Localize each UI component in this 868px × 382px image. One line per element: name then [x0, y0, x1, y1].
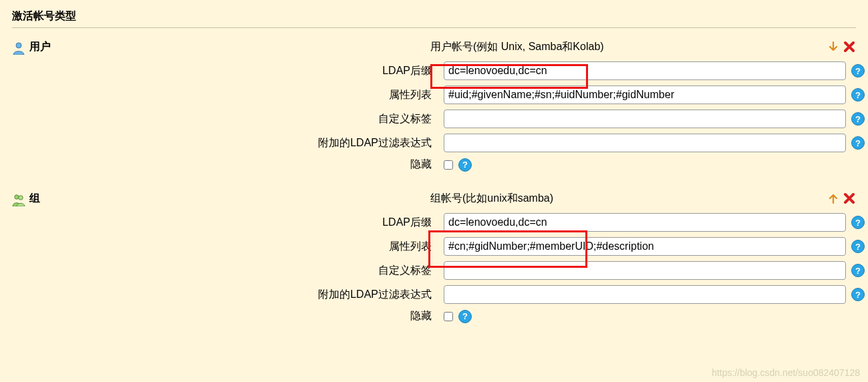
input-groups-custom-label[interactable] [444, 261, 846, 280]
help-icon[interactable]: ? [851, 288, 865, 301]
svg-point-1 [15, 195, 19, 199]
move-up-icon[interactable] [827, 192, 840, 205]
form-groups: LDAP后缀 ? 属性列表 ? 自定义标签 ? 附加的LDAP过滤表达式 [12, 213, 856, 323]
input-groups-filter[interactable] [444, 285, 846, 304]
label-custom: 自定义标签 [12, 264, 444, 278]
group-icon [12, 192, 29, 206]
section-header-groups: 组 组帐号(比如unix和samba) [12, 192, 856, 206]
section-title-users: 用户 [29, 40, 430, 54]
watermark-text: https://blog.csdn.net/suo082407128 [712, 367, 860, 378]
label-attr-list: 属性列表 [12, 88, 444, 102]
input-users-attr-list[interactable] [444, 85, 846, 104]
section-header-users: 用户 用户帐号(例如 Unix, Samba和Kolab) [12, 40, 856, 55]
input-groups-attr-list[interactable] [444, 237, 846, 256]
label-hidden: 隐藏 [12, 309, 444, 323]
help-icon[interactable]: ? [458, 310, 472, 323]
help-icon[interactable]: ? [851, 240, 865, 253]
checkbox-groups-hidden[interactable] [444, 312, 453, 321]
label-hidden: 隐藏 [12, 158, 444, 172]
input-users-filter[interactable] [444, 134, 846, 152]
help-icon[interactable]: ? [851, 136, 865, 150]
svg-point-0 [16, 43, 21, 48]
input-groups-ldap-suffix[interactable] [444, 213, 846, 232]
label-custom: 自定义标签 [12, 112, 444, 126]
label-filter: 附加的LDAP过滤表达式 [12, 136, 444, 150]
checkbox-users-hidden[interactable] [444, 160, 453, 170]
label-ldap-suffix: LDAP后缀 [12, 64, 444, 78]
label-ldap-suffix: LDAP后缀 [12, 216, 444, 230]
help-icon[interactable]: ? [851, 64, 865, 77]
help-icon[interactable]: ? [851, 216, 865, 229]
section-subtitle-groups: 组帐号(比如unix和samba) [430, 192, 827, 206]
label-attr-list: 属性列表 [12, 240, 444, 254]
user-icon [12, 40, 29, 55]
delete-icon[interactable] [843, 40, 856, 53]
section-subtitle-users: 用户帐号(例如 Unix, Samba和Kolab) [430, 40, 827, 54]
label-filter: 附加的LDAP过滤表达式 [12, 288, 444, 302]
page-heading: 激活帐号类型 [12, 7, 856, 28]
delete-icon[interactable] [843, 192, 856, 205]
help-icon[interactable]: ? [851, 112, 865, 126]
help-icon[interactable]: ? [458, 158, 472, 172]
form-users: LDAP后缀 ? 属性列表 ? 自定义标签 ? 附加的LDAP过滤表达式 [12, 61, 856, 172]
section-title-groups: 组 [29, 192, 430, 206]
input-users-ldap-suffix[interactable] [444, 61, 846, 80]
help-icon[interactable]: ? [851, 88, 865, 102]
help-icon[interactable]: ? [851, 264, 865, 277]
move-down-icon[interactable] [827, 40, 840, 53]
input-users-custom-label[interactable] [444, 110, 846, 128]
svg-point-2 [19, 196, 23, 200]
